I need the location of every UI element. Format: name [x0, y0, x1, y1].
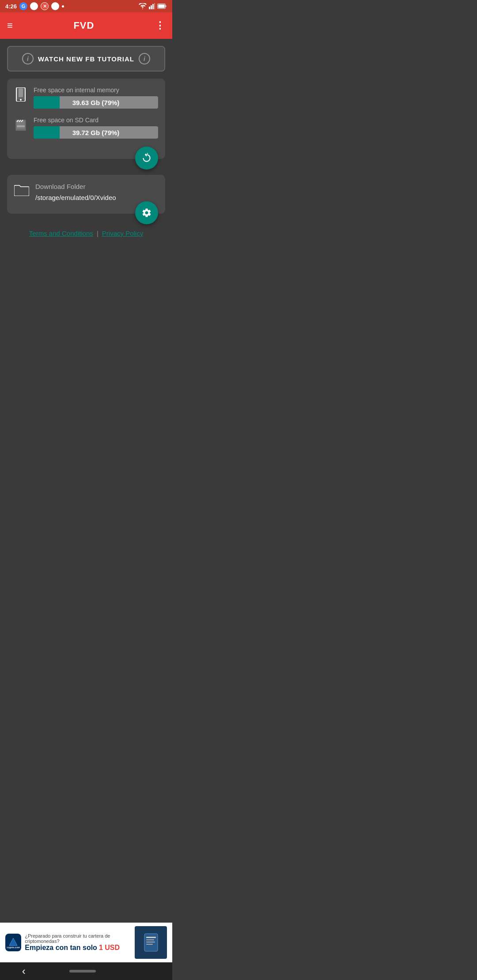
- info-icon-left: i: [22, 53, 34, 64]
- svg-rect-11: [17, 121, 25, 129]
- folder-label: Download Folder: [35, 183, 158, 190]
- svg-rect-1: [151, 5, 152, 9]
- app-bar: ≡ FVD ⋮: [0, 12, 172, 39]
- signal-icon: [149, 3, 155, 9]
- internal-memory-label: Free space on internal memory: [34, 87, 158, 94]
- battery-icon: [157, 4, 167, 9]
- sd-card-row: Free space on SD Card 39.72 Gb (79%): [14, 117, 158, 139]
- phone-icon: [14, 87, 27, 102]
- refresh-button[interactable]: [135, 147, 158, 170]
- download-folder-card: Download Folder /storage/emulated/0/Xvid…: [7, 175, 165, 214]
- status-right: [139, 3, 167, 9]
- menu-button[interactable]: ≡: [7, 21, 13, 30]
- folder-row: Download Folder /storage/emulated/0/Xvid…: [14, 183, 158, 201]
- links-row: Terms and Conditions | Privacy Policy: [7, 225, 165, 246]
- svg-rect-15: [17, 125, 25, 127]
- status-circle-1: [30, 2, 38, 10]
- status-dot: [62, 5, 64, 8]
- internal-memory-value: 39.63 Gb (79%): [34, 99, 158, 106]
- storage-card: Free space on internal memory 39.63 Gb (…: [7, 79, 165, 159]
- svg-point-9: [20, 99, 22, 101]
- folder-info: Download Folder /storage/emulated/0/Xvid…: [35, 183, 158, 201]
- status-circle-2: [51, 2, 59, 10]
- status-bar: 4:26 G ✕: [0, 0, 172, 12]
- app-title: FVD: [73, 20, 94, 31]
- folder-icon: [14, 184, 29, 196]
- sd-card-info: Free space on SD Card 39.72 Gb (79%): [34, 117, 158, 139]
- wifi-icon: [139, 3, 147, 9]
- sd-card-bar: 39.72 Gb (79%): [34, 126, 158, 139]
- svg-rect-2: [152, 4, 154, 9]
- svg-rect-5: [158, 4, 165, 8]
- tutorial-button[interactable]: i WATCH NEW FB TUTORIAL i: [7, 46, 165, 72]
- google-icon: G: [19, 2, 27, 10]
- main-content: i WATCH NEW FB TUTORIAL i Free space on …: [0, 39, 172, 253]
- privacy-link[interactable]: Privacy Policy: [102, 230, 143, 237]
- svg-rect-3: [154, 3, 155, 9]
- terms-link[interactable]: Terms and Conditions: [29, 230, 93, 237]
- internal-memory-row: Free space on internal memory 39.63 Gb (…: [14, 87, 158, 109]
- status-time: 4:26: [5, 3, 17, 10]
- tutorial-button-label: WATCH NEW FB TUTORIAL: [38, 55, 134, 63]
- settings-button[interactable]: [135, 201, 158, 224]
- sd-card-value: 39.72 Gb (79%): [34, 129, 158, 136]
- link-separator: |: [97, 230, 98, 237]
- internal-memory-bar: 39.63 Gb (79%): [34, 96, 158, 109]
- folder-path: /storage/emulated/0/Xvideo: [35, 194, 158, 201]
- internal-memory-info: Free space on internal memory 39.63 Gb (…: [34, 87, 158, 109]
- info-icon-right: i: [139, 53, 150, 64]
- svg-rect-0: [149, 7, 150, 9]
- more-options-button[interactable]: ⋮: [155, 20, 165, 31]
- sd-card-label: Free space on SD Card: [34, 117, 158, 124]
- status-x-icon: ✕: [41, 2, 49, 10]
- svg-rect-8: [19, 88, 23, 97]
- status-left: 4:26 G ✕: [5, 2, 64, 10]
- sd-card-icon: [14, 117, 27, 131]
